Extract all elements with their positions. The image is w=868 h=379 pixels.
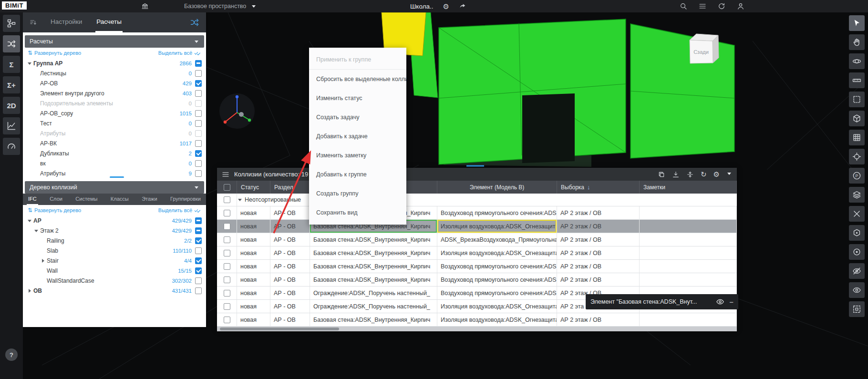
select-all-link[interactable]: Выделить всё [158,207,201,214]
tree-item-checkbox[interactable] [195,257,202,264]
tree-row[interactable]: АР-ОВ429 [23,78,206,88]
caret-right-icon[interactable] [27,288,32,294]
tree-row[interactable]: вк0 [23,158,206,168]
tree-row[interactable]: Slab110/110 [23,246,206,256]
axis-gizmo[interactable] [218,92,256,130]
select-all-checkbox[interactable] [224,184,230,191]
row-checkbox[interactable] [224,277,230,283]
tree-row[interactable]: Группа АР2866 [23,58,206,68]
tree-item-checkbox[interactable] [195,80,202,87]
tree-row[interactable]: АР-ВК1017 [23,138,206,148]
row-checkbox[interactable] [224,290,230,297]
tool-isolate[interactable] [849,225,865,241]
tree-item-checkbox[interactable] [195,120,202,127]
tree-item-checkbox[interactable] [195,170,202,177]
collision-tree-tab[interactable]: Классы [109,194,130,205]
context-menu-item[interactable]: Создать группу [309,184,406,203]
module-dashboard[interactable] [3,138,20,155]
tree-item-checkbox[interactable] [195,60,202,67]
tool-selection-box[interactable] [849,301,865,317]
tree-row[interactable]: АР429/429 [23,215,206,225]
collapse-panel-icon[interactable] [726,171,732,176]
tool-section-box[interactable] [849,111,865,126]
select-all-link[interactable]: Выделить всё [158,50,201,57]
tool-section-plane[interactable] [849,92,865,107]
tree-row[interactable]: ОВ431/431 [23,286,206,296]
tab-calculations[interactable]: Расчеты [95,12,123,32]
context-menu-item[interactable]: Изменить заметку [309,146,406,165]
tree-item-checkbox[interactable] [195,150,202,157]
scrollbar-thumb[interactable] [220,328,339,330]
collision-row[interactable]: новаяАР - ОВБазовая стена:ADSK_Внутрення… [217,246,737,260]
context-menu-item[interactable]: Сбросить все выделенные коллизии [309,70,406,89]
context-menu-item[interactable]: Создать задачу [309,108,406,127]
collisions-shuffle-icon[interactable] [190,18,199,27]
collision-row[interactable]: новаяАР - ОВБазовая стена:ADSK_Внутрення… [217,313,737,327]
module-sum-plus[interactable]: Σ+ [3,76,20,93]
expand-tree-link[interactable]: ⇅Развернуть дерево [28,50,81,56]
caret-right-icon[interactable] [40,258,46,264]
settings-icon[interactable]: ⚙ [713,171,720,178]
tree-row[interactable]: Подозрительные элементы0 [23,98,206,108]
copy-icon[interactable] [658,171,665,178]
expand-tree-link[interactable]: ⇅Развернуть дерево [28,207,81,214]
tree-item-checkbox[interactable] [195,110,202,117]
group-checkbox[interactable] [224,196,230,203]
refresh-icon[interactable]: ↻ [701,171,707,178]
share-icon[interactable] [459,2,466,10]
tree-row[interactable]: Атрибуты0 [23,128,206,138]
tool-orbit[interactable] [849,53,865,69]
caret-down-icon[interactable] [27,218,32,224]
sort-desc-icon[interactable]: ↓ [587,184,590,191]
row-checkbox[interactable] [224,236,230,243]
tool-protocol[interactable] [849,168,865,184]
module-view-2d[interactable]: 2D [3,97,20,114]
row-checkbox[interactable] [224,250,230,256]
tree-item-checkbox[interactable] [195,287,202,294]
row-checkbox[interactable] [224,263,230,270]
menu-icon[interactable] [699,2,706,10]
search-icon[interactable] [680,2,687,10]
eye-icon[interactable] [716,297,724,306]
collision-row[interactable]: новаяАР - ОВБазовая стена:ADSK_Внутрення… [217,206,737,220]
tree-item-checkbox[interactable] [195,160,202,167]
navigation-cube[interactable]: Сзади [685,31,721,67]
tree-row[interactable]: Railing2/2 [23,236,206,246]
tree-scrollbar[interactable] [110,176,124,178]
tree-item-checkbox[interactable] [195,277,202,284]
compress-icon[interactable] [686,171,694,178]
context-menu-item[interactable]: Добавить к группе [309,165,406,184]
context-menu-item[interactable]: Изменить статус [309,89,406,108]
tool-select[interactable] [849,15,865,31]
context-menu-item[interactable]: Добавить к задаче [309,127,406,146]
tree-item-checkbox[interactable] [195,237,202,244]
tool-measure[interactable] [849,72,865,88]
tree-row[interactable]: WallStandardCase302/302 [23,276,206,286]
minimize-icon[interactable]: − [729,298,734,306]
tree-item-checkbox[interactable] [195,90,202,97]
tool-hide-elements[interactable] [849,263,865,279]
row-checkbox[interactable] [224,210,230,216]
row-checkbox[interactable] [224,223,230,230]
column-header[interactable]: Статус [237,181,270,194]
workspace-icon-group[interactable] [141,0,149,12]
horizontal-scrollbar[interactable] [217,327,737,331]
tree-row[interactable]: Тест0 [23,118,206,128]
collision-row[interactable]: новаяАР - ОВБазовая стена:ADSK_Внутрення… [217,220,737,233]
tree-item-checkbox[interactable] [195,140,202,147]
tree-item-checkbox[interactable] [195,227,202,234]
tree-row[interactable]: Элемент внутри другого403 [23,88,206,98]
tool-clear-selection[interactable] [849,206,865,222]
settings-gear-icon[interactable]: ⚙ [443,3,449,10]
tool-focus[interactable] [849,149,865,164]
row-checkbox[interactable] [224,303,230,310]
collision-row[interactable]: новаяАР - ОВБазовая стена:ADSK_Внутрення… [217,233,737,246]
collision-group-row[interactable]: Неотсортированные [217,194,737,206]
collision-tree-tab[interactable]: Этажи [140,194,158,205]
workspace-selector[interactable]: Базовое пространство [184,0,257,12]
collision-row[interactable]: новаяАР - ОВБазовая стена:ADSK_Внутрення… [217,260,737,273]
tool-show-elements[interactable] [849,282,865,298]
caret-down-icon[interactable] [33,228,39,234]
column-header[interactable]: Раздел [270,181,310,194]
tree-item-checkbox[interactable] [195,70,202,77]
